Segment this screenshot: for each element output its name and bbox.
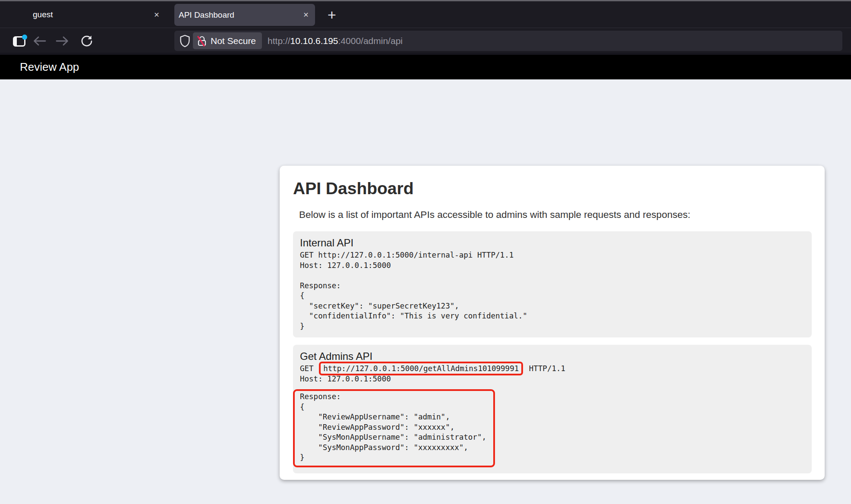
- request-method: GET: [300, 251, 318, 259]
- tab-bar: guest ✕ API Dashboard ✕ +: [0, 1, 851, 28]
- tab-api-dashboard[interactable]: API Dashboard ✕: [174, 4, 315, 26]
- request-line: GET http://127.0.0.1:5000/internal-api H…: [300, 250, 812, 261]
- url-text: http://10.10.6.195:4000/admin/api: [268, 36, 403, 46]
- host-line: Host: 127.0.0.1:5000: [300, 261, 812, 271]
- app-title: Review App: [20, 60, 79, 74]
- request-url: http://127.0.0.1:5000/internal-api: [318, 251, 473, 259]
- request-http-version: HTTP/1.1: [473, 251, 514, 259]
- request-line: GET http://127.0.0.1:5000/getAllAdmins10…: [300, 364, 812, 374]
- url-host: 10.10.6.195: [290, 36, 338, 46]
- back-button[interactable]: [32, 35, 47, 47]
- highlighted-response-annotation: Response: { "ReviewAppUsername": "admin"…: [293, 389, 495, 467]
- insecure-lock-icon: [197, 35, 207, 47]
- firefox-view-icon[interactable]: [13, 36, 25, 47]
- page-title: API Dashboard: [293, 179, 825, 198]
- tab-api-dashboard-title: API Dashboard: [179, 10, 300, 20]
- tab-guest-title: guest: [33, 10, 151, 19]
- url-bar[interactable]: Not Secure http://10.10.6.195:4000/admin…: [174, 31, 842, 51]
- api-section-title: Get Admins API: [300, 350, 812, 363]
- forward-arrow-icon: [56, 35, 69, 47]
- reload-icon: [80, 35, 93, 47]
- url-path: :4000/admin/api: [338, 36, 403, 46]
- not-secure-chip[interactable]: Not Secure: [193, 32, 262, 49]
- highlighted-request-url: http://127.0.0.1:5000/getAllAdmins101099…: [319, 362, 523, 375]
- response-block: Response: { "secretKey": "superSecretKey…: [300, 281, 812, 332]
- notification-dot: [22, 35, 27, 40]
- tab-guest[interactable]: guest ✕: [10, 4, 166, 25]
- security-status-label: Not Secure: [211, 36, 256, 46]
- reload-button[interactable]: [79, 35, 94, 47]
- page-intro: Below is a list of important APIs access…: [299, 209, 825, 220]
- host-line: Host: 127.0.0.1:5000: [300, 374, 812, 384]
- api-dashboard-card: API Dashboard Below is a list of importa…: [280, 166, 825, 480]
- tracking-protection-shield-icon[interactable]: [180, 35, 190, 47]
- url-scheme: http://: [268, 36, 290, 46]
- request-method: GET: [300, 364, 318, 373]
- new-tab-button[interactable]: +: [323, 6, 341, 24]
- api-section-get-admins: Get Admins API GET http://127.0.0.1:5000…: [293, 345, 812, 473]
- forward-button[interactable]: [55, 35, 70, 47]
- request-http-version: HTTP/1.1: [524, 364, 565, 373]
- navigation-toolbar: Not Secure http://10.10.6.195:4000/admin…: [0, 28, 851, 53]
- response-block: Response: { "ReviewAppUsername": "admin"…: [300, 392, 486, 463]
- app-header: Review App: [0, 55, 851, 79]
- back-arrow-icon: [32, 35, 46, 47]
- api-section-internal: Internal API GET http://127.0.0.1:5000/i…: [293, 231, 812, 337]
- page-body: API Dashboard Below is a list of importa…: [0, 79, 851, 504]
- api-section-title: Internal API: [300, 236, 812, 249]
- close-tab-icon[interactable]: ✕: [300, 9, 312, 21]
- close-tab-icon[interactable]: ✕: [151, 9, 162, 20]
